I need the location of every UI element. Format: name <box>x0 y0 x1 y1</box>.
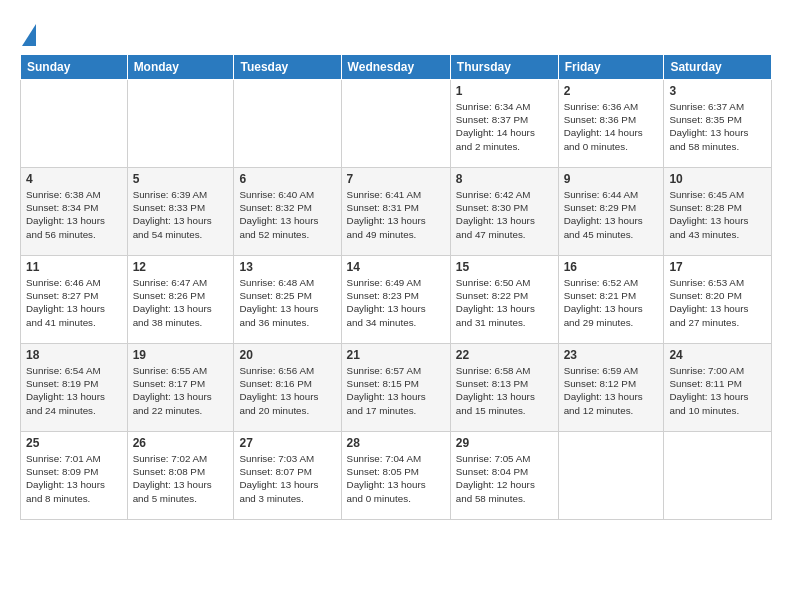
weekday-row: SundayMondayTuesdayWednesdayThursdayFrid… <box>21 55 772 80</box>
calendar-cell: 23Sunrise: 6:59 AM Sunset: 8:12 PM Dayli… <box>558 344 664 432</box>
calendar-week-4: 18Sunrise: 6:54 AM Sunset: 8:19 PM Dayli… <box>21 344 772 432</box>
calendar-table: SundayMondayTuesdayWednesdayThursdayFrid… <box>20 54 772 520</box>
calendar-cell <box>127 80 234 168</box>
day-number: 23 <box>564 348 659 362</box>
day-info: Sunrise: 7:02 AM Sunset: 8:08 PM Dayligh… <box>133 452 229 505</box>
calendar-cell: 13Sunrise: 6:48 AM Sunset: 8:25 PM Dayli… <box>234 256 341 344</box>
day-number: 8 <box>456 172 553 186</box>
day-number: 3 <box>669 84 766 98</box>
calendar-cell: 3Sunrise: 6:37 AM Sunset: 8:35 PM Daylig… <box>664 80 772 168</box>
calendar-body: 1Sunrise: 6:34 AM Sunset: 8:37 PM Daylig… <box>21 80 772 520</box>
day-info: Sunrise: 7:01 AM Sunset: 8:09 PM Dayligh… <box>26 452 122 505</box>
day-info: Sunrise: 6:47 AM Sunset: 8:26 PM Dayligh… <box>133 276 229 329</box>
day-number: 24 <box>669 348 766 362</box>
day-info: Sunrise: 6:50 AM Sunset: 8:22 PM Dayligh… <box>456 276 553 329</box>
calendar-cell: 25Sunrise: 7:01 AM Sunset: 8:09 PM Dayli… <box>21 432 128 520</box>
day-number: 12 <box>133 260 229 274</box>
day-info: Sunrise: 6:48 AM Sunset: 8:25 PM Dayligh… <box>239 276 335 329</box>
day-info: Sunrise: 6:57 AM Sunset: 8:15 PM Dayligh… <box>347 364 445 417</box>
calendar-cell: 20Sunrise: 6:56 AM Sunset: 8:16 PM Dayli… <box>234 344 341 432</box>
calendar-cell: 16Sunrise: 6:52 AM Sunset: 8:21 PM Dayli… <box>558 256 664 344</box>
day-info: Sunrise: 6:36 AM Sunset: 8:36 PM Dayligh… <box>564 100 659 153</box>
weekday-header-wednesday: Wednesday <box>341 55 450 80</box>
day-info: Sunrise: 6:58 AM Sunset: 8:13 PM Dayligh… <box>456 364 553 417</box>
calendar-cell: 18Sunrise: 6:54 AM Sunset: 8:19 PM Dayli… <box>21 344 128 432</box>
day-number: 13 <box>239 260 335 274</box>
day-number: 25 <box>26 436 122 450</box>
day-number: 5 <box>133 172 229 186</box>
day-info: Sunrise: 6:41 AM Sunset: 8:31 PM Dayligh… <box>347 188 445 241</box>
day-info: Sunrise: 7:05 AM Sunset: 8:04 PM Dayligh… <box>456 452 553 505</box>
calendar-cell: 4Sunrise: 6:38 AM Sunset: 8:34 PM Daylig… <box>21 168 128 256</box>
day-info: Sunrise: 6:56 AM Sunset: 8:16 PM Dayligh… <box>239 364 335 417</box>
day-info: Sunrise: 6:40 AM Sunset: 8:32 PM Dayligh… <box>239 188 335 241</box>
day-info: Sunrise: 6:52 AM Sunset: 8:21 PM Dayligh… <box>564 276 659 329</box>
calendar-cell: 29Sunrise: 7:05 AM Sunset: 8:04 PM Dayli… <box>450 432 558 520</box>
day-info: Sunrise: 6:54 AM Sunset: 8:19 PM Dayligh… <box>26 364 122 417</box>
day-info: Sunrise: 6:59 AM Sunset: 8:12 PM Dayligh… <box>564 364 659 417</box>
calendar-week-3: 11Sunrise: 6:46 AM Sunset: 8:27 PM Dayli… <box>21 256 772 344</box>
calendar-cell: 15Sunrise: 6:50 AM Sunset: 8:22 PM Dayli… <box>450 256 558 344</box>
day-info: Sunrise: 6:46 AM Sunset: 8:27 PM Dayligh… <box>26 276 122 329</box>
day-number: 29 <box>456 436 553 450</box>
weekday-header-monday: Monday <box>127 55 234 80</box>
calendar-cell: 11Sunrise: 6:46 AM Sunset: 8:27 PM Dayli… <box>21 256 128 344</box>
calendar-cell <box>664 432 772 520</box>
calendar-cell: 8Sunrise: 6:42 AM Sunset: 8:30 PM Daylig… <box>450 168 558 256</box>
calendar-cell: 7Sunrise: 6:41 AM Sunset: 8:31 PM Daylig… <box>341 168 450 256</box>
day-number: 18 <box>26 348 122 362</box>
day-number: 2 <box>564 84 659 98</box>
day-info: Sunrise: 6:55 AM Sunset: 8:17 PM Dayligh… <box>133 364 229 417</box>
day-number: 27 <box>239 436 335 450</box>
day-info: Sunrise: 6:45 AM Sunset: 8:28 PM Dayligh… <box>669 188 766 241</box>
calendar-cell: 1Sunrise: 6:34 AM Sunset: 8:37 PM Daylig… <box>450 80 558 168</box>
day-info: Sunrise: 7:04 AM Sunset: 8:05 PM Dayligh… <box>347 452 445 505</box>
calendar-week-1: 1Sunrise: 6:34 AM Sunset: 8:37 PM Daylig… <box>21 80 772 168</box>
calendar-week-5: 25Sunrise: 7:01 AM Sunset: 8:09 PM Dayli… <box>21 432 772 520</box>
day-number: 6 <box>239 172 335 186</box>
day-number: 28 <box>347 436 445 450</box>
calendar-cell: 21Sunrise: 6:57 AM Sunset: 8:15 PM Dayli… <box>341 344 450 432</box>
calendar-cell <box>234 80 341 168</box>
day-number: 11 <box>26 260 122 274</box>
calendar-cell: 5Sunrise: 6:39 AM Sunset: 8:33 PM Daylig… <box>127 168 234 256</box>
day-info: Sunrise: 7:03 AM Sunset: 8:07 PM Dayligh… <box>239 452 335 505</box>
logo <box>20 22 36 46</box>
calendar-cell: 26Sunrise: 7:02 AM Sunset: 8:08 PM Dayli… <box>127 432 234 520</box>
weekday-header-thursday: Thursday <box>450 55 558 80</box>
day-number: 4 <box>26 172 122 186</box>
day-info: Sunrise: 6:37 AM Sunset: 8:35 PM Dayligh… <box>669 100 766 153</box>
calendar-cell: 12Sunrise: 6:47 AM Sunset: 8:26 PM Dayli… <box>127 256 234 344</box>
calendar-week-2: 4Sunrise: 6:38 AM Sunset: 8:34 PM Daylig… <box>21 168 772 256</box>
calendar-cell <box>558 432 664 520</box>
day-number: 20 <box>239 348 335 362</box>
page-header <box>20 18 772 46</box>
day-number: 15 <box>456 260 553 274</box>
calendar-cell: 24Sunrise: 7:00 AM Sunset: 8:11 PM Dayli… <box>664 344 772 432</box>
day-number: 10 <box>669 172 766 186</box>
calendar-cell: 14Sunrise: 6:49 AM Sunset: 8:23 PM Dayli… <box>341 256 450 344</box>
day-number: 16 <box>564 260 659 274</box>
calendar-cell: 2Sunrise: 6:36 AM Sunset: 8:36 PM Daylig… <box>558 80 664 168</box>
day-info: Sunrise: 6:39 AM Sunset: 8:33 PM Dayligh… <box>133 188 229 241</box>
day-number: 7 <box>347 172 445 186</box>
calendar-cell: 22Sunrise: 6:58 AM Sunset: 8:13 PM Dayli… <box>450 344 558 432</box>
calendar-cell <box>341 80 450 168</box>
day-number: 22 <box>456 348 553 362</box>
day-info: Sunrise: 6:38 AM Sunset: 8:34 PM Dayligh… <box>26 188 122 241</box>
day-info: Sunrise: 6:34 AM Sunset: 8:37 PM Dayligh… <box>456 100 553 153</box>
calendar-cell: 17Sunrise: 6:53 AM Sunset: 8:20 PM Dayli… <box>664 256 772 344</box>
day-info: Sunrise: 6:42 AM Sunset: 8:30 PM Dayligh… <box>456 188 553 241</box>
calendar-cell <box>21 80 128 168</box>
logo-icon <box>22 24 36 46</box>
weekday-header-friday: Friday <box>558 55 664 80</box>
weekday-header-sunday: Sunday <box>21 55 128 80</box>
day-info: Sunrise: 7:00 AM Sunset: 8:11 PM Dayligh… <box>669 364 766 417</box>
day-number: 17 <box>669 260 766 274</box>
day-info: Sunrise: 6:53 AM Sunset: 8:20 PM Dayligh… <box>669 276 766 329</box>
calendar-cell: 10Sunrise: 6:45 AM Sunset: 8:28 PM Dayli… <box>664 168 772 256</box>
calendar-cell: 27Sunrise: 7:03 AM Sunset: 8:07 PM Dayli… <box>234 432 341 520</box>
day-number: 14 <box>347 260 445 274</box>
calendar-cell: 6Sunrise: 6:40 AM Sunset: 8:32 PM Daylig… <box>234 168 341 256</box>
day-number: 26 <box>133 436 229 450</box>
